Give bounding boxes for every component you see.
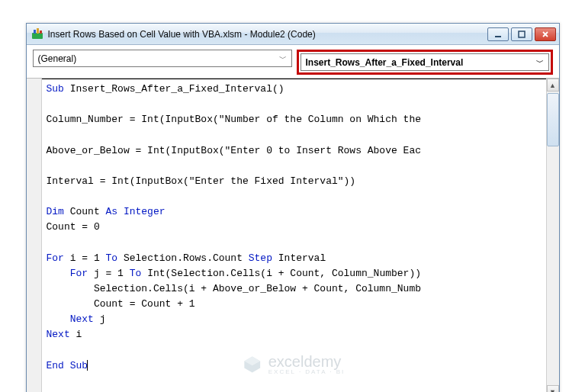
scroll-track[interactable]	[547, 146, 559, 385]
svg-rect-2	[37, 28, 39, 34]
code-token: Interval	[272, 252, 326, 264]
procedure-dropdown-highlight: Insert_Rows_After_a_Fixed_Interval ﹀	[297, 50, 553, 75]
code-editor[interactable]: Sub Insert_Rows_After_a_Fixed_Interval()…	[42, 79, 546, 392]
svg-rect-3	[40, 31, 42, 34]
code-token: Selection.Rows.Count	[117, 252, 249, 264]
close-button[interactable]	[535, 27, 556, 41]
minimize-button[interactable]	[487, 27, 509, 41]
object-dropdown-text: (General)	[38, 53, 276, 64]
watermark-sub: EXCEL · DATA · BI	[268, 369, 346, 375]
code-line: Column_Number = Int(InputBox("Number of …	[47, 114, 421, 125]
svg-rect-5	[519, 31, 525, 37]
svg-rect-1	[34, 30, 36, 34]
svg-rect-4	[495, 36, 501, 37]
scroll-thumb[interactable]	[547, 93, 559, 146]
svg-marker-7	[244, 357, 260, 366]
text-cursor	[87, 360, 88, 371]
vba-code-window: Insert Rows Based on Cell Value with VBA…	[26, 23, 560, 392]
code-token: Next	[47, 329, 70, 340]
code-token: As Integer	[106, 206, 166, 217]
code-token: j = 1	[88, 268, 130, 279]
code-token: Step	[249, 252, 272, 264]
code-token: To	[106, 252, 118, 264]
code-token: Sub	[47, 83, 64, 95]
titlebar[interactable]: Insert Rows Based on Cell Value with VBA…	[27, 24, 559, 45]
scroll-down-button[interactable]: ▼	[547, 385, 559, 392]
code-line: Selection.Cells(i + Above_or_Below + Cou…	[47, 283, 421, 294]
code-token: Int(Selection.Cells(i + Count, Column_Nu…	[141, 268, 421, 279]
watermark-main: exceldemy	[268, 354, 346, 369]
procedure-dropdown-text: Insert_Rows_After_a_Fixed_Interval	[306, 57, 533, 68]
code-token: Dim	[47, 206, 64, 217]
code-token: To	[130, 268, 142, 279]
window-buttons	[487, 27, 556, 41]
code-token: Insert_Rows_After_a_Fixed_Interval()	[64, 83, 284, 95]
code-token: For	[47, 268, 88, 279]
code-area-wrap: Sub Insert_Rows_After_a_Fixed_Interval()…	[27, 78, 559, 392]
code-token: For	[47, 252, 64, 264]
code-line: Count = 0	[47, 221, 100, 233]
code-line: Interval = Int(InputBox("Enter the Fixed…	[47, 175, 356, 187]
code-line: Count = Count + 1	[47, 298, 195, 310]
chevron-down-icon: ﹀	[279, 53, 287, 64]
object-dropdown[interactable]: (General) ﹀	[33, 50, 292, 67]
code-token: i = 1	[64, 252, 106, 264]
procedure-dropdown[interactable]: Insert_Rows_After_a_Fixed_Interval ﹀	[301, 53, 549, 71]
svg-rect-0	[32, 33, 43, 39]
code-token: End Sub	[47, 360, 88, 371]
vba-module-icon	[31, 28, 43, 40]
code-token: i	[70, 329, 82, 340]
code-token: Next	[47, 313, 94, 325]
watermark: exceldemy EXCEL · DATA · BI	[243, 354, 346, 375]
dropdown-row: (General) ﹀ Insert_Rows_After_a_Fixed_In…	[27, 45, 559, 78]
exceldemy-logo-icon	[243, 355, 262, 374]
margin-indicator-bar[interactable]	[27, 79, 42, 392]
svg-marker-6	[244, 357, 260, 373]
code-line: Above_or_Below = Int(InputBox("Enter 0 t…	[47, 145, 421, 156]
chevron-down-icon: ﹀	[536, 57, 544, 68]
window-title: Insert Rows Based on Cell Value with VBA…	[48, 29, 487, 40]
code-token: j	[94, 313, 106, 325]
maximize-button[interactable]	[511, 27, 532, 41]
vertical-scrollbar[interactable]: ▲ ▼	[546, 79, 559, 392]
scroll-up-button[interactable]: ▲	[547, 79, 559, 92]
code-token: Count	[64, 206, 106, 217]
